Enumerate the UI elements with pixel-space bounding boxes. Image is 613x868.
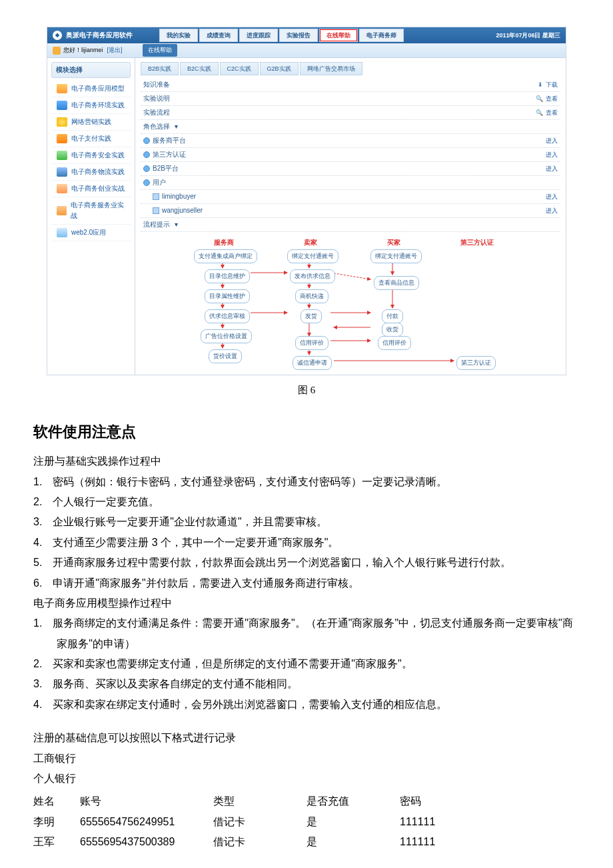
subtab-g2b[interactable]: G2B实践 bbox=[260, 62, 299, 75]
module-icon bbox=[57, 117, 67, 127]
sidebar-title: 模块选择 bbox=[51, 62, 131, 78]
online-help-button[interactable]: 在线帮助 bbox=[143, 44, 177, 56]
figure-caption: 图 6 bbox=[33, 382, 580, 398]
sidebar-item-label: 电子商务环境实践 bbox=[71, 100, 125, 111]
paragraph: 个人银行 bbox=[33, 769, 580, 789]
list-item: 3. 企业银行账号一定要开通"企业付款通道"，并且需要审核。 bbox=[33, 512, 580, 532]
module-icon bbox=[57, 151, 67, 160]
top-tabs: 我的实验 成绩查询 进度跟踪 实验报告 在线帮助 电子商务师 bbox=[159, 29, 405, 42]
module-icon bbox=[57, 228, 67, 237]
app-header: ◆ 奥派电子商务应用软件 我的实验 成绩查询 进度跟踪 实验报告 在线帮助 电子… bbox=[47, 27, 566, 43]
td: 借记卡 bbox=[213, 812, 306, 832]
td: 借记卡 bbox=[213, 832, 306, 852]
enter-link[interactable]: 进入 bbox=[546, 192, 558, 201]
sidebar-item[interactable]: 电子支付实践 bbox=[51, 131, 131, 147]
enter-link[interactable]: 进入 bbox=[546, 164, 558, 173]
row-user-buyer: limingbuyer 进入 bbox=[141, 190, 560, 204]
row-user: 用户 bbox=[141, 176, 560, 190]
fbox: 绑定支付通账号 bbox=[287, 249, 338, 263]
fbox: 收货 bbox=[382, 323, 403, 336]
tab-ecommerce-exam[interactable]: 电子商务师 bbox=[359, 29, 404, 42]
sidebar-item-label: 电子商务服务业实战 bbox=[71, 200, 128, 221]
sidebar-item[interactable]: 电子商务服务业实战 bbox=[51, 197, 131, 225]
sidebar-item[interactable]: 电子商务物流实践 bbox=[51, 164, 131, 181]
app-logo-icon: ◆ bbox=[53, 31, 62, 40]
sidebar-item[interactable]: 电子商务应用模型 bbox=[51, 81, 131, 97]
document-body: 软件使用注意点 注册与基础实践操作过程中 1. 密码（例如：银行卡密码，支付通登… bbox=[33, 418, 580, 852]
view-link[interactable]: 查看 bbox=[536, 94, 558, 103]
fbox: 广告位价格设置 bbox=[201, 329, 252, 343]
sidebar-item-label: web2.0应用 bbox=[71, 227, 106, 238]
subtab-b2c[interactable]: B2C实践 bbox=[180, 62, 219, 75]
sidebar-item[interactable]: 网络营销实践 bbox=[51, 114, 131, 131]
fbox: 目录信息维护 bbox=[205, 269, 250, 283]
app-screenshot: ◆ 奥派电子商务应用软件 我的实验 成绩查询 进度跟踪 实验报告 在线帮助 电子… bbox=[47, 27, 566, 375]
sidebar-item-label: 电子商务物流实践 bbox=[71, 167, 125, 177]
td: 李明 bbox=[33, 812, 80, 832]
fbox: 发布供求信息 bbox=[290, 269, 335, 283]
th: 姓名 bbox=[33, 791, 80, 811]
td: 王军 bbox=[33, 832, 80, 852]
user-icon bbox=[53, 47, 61, 55]
fbox: 供求信息审核 bbox=[205, 309, 250, 323]
paragraph: 注册的基础信息可以按照以下格式进行记录 bbox=[33, 728, 580, 748]
list-item: 6. 申请开通"商家服务"并付款后，需要进入支付通服务商进行审核。 bbox=[33, 573, 580, 593]
sidebar-item[interactable]: 电子商务创业实战 bbox=[51, 181, 131, 197]
row-3rd-auth: 第三方认证 进入 bbox=[141, 148, 560, 162]
enter-link[interactable]: 进入 bbox=[546, 206, 558, 215]
sidebar-item-label: 电子支付实践 bbox=[71, 133, 111, 144]
row-user-seller: wangjunseller 进入 bbox=[141, 204, 560, 218]
subtab-c2c[interactable]: C2C实践 bbox=[220, 62, 259, 75]
table-row: 王军6555695437500389借记卡是111111 bbox=[33, 832, 580, 852]
tab-score[interactable]: 成绩查询 bbox=[199, 29, 238, 42]
header-date: 2011年07月06日 星期三 bbox=[496, 31, 560, 40]
app-body: 模块选择 电子商务应用模型电子商务环境实践网络营销实践电子支付实践电子商务安全实… bbox=[47, 58, 566, 375]
row-role[interactable]: 角色选择 bbox=[141, 120, 560, 134]
td: 111111 bbox=[400, 832, 480, 852]
td: 6555654756249951 bbox=[80, 812, 213, 832]
subtab-admarket[interactable]: 网络广告交易市场 bbox=[300, 62, 362, 75]
enter-link[interactable]: 进入 bbox=[546, 150, 558, 159]
logout-link[interactable]: [退出] bbox=[107, 45, 123, 55]
tab-online-help[interactable]: 在线帮助 bbox=[319, 29, 358, 42]
list-item: 1. 密码（例如：银行卡密码，支付通登录密码，支付通支付密码等）一定要记录清晰。 bbox=[33, 472, 580, 492]
table-row: 李明6555654756249951借记卡是111111 bbox=[33, 812, 580, 832]
th: 是否充值 bbox=[306, 791, 400, 811]
fbox: 货价设置 bbox=[209, 349, 242, 363]
sidebar-item-label: 电子商务安全实践 bbox=[71, 150, 125, 161]
fbox: 第三方认证 bbox=[456, 356, 496, 369]
td: 是 bbox=[306, 832, 400, 852]
tab-my-exp[interactable]: 我的实验 bbox=[159, 29, 198, 42]
subtab-b2b[interactable]: B2B实践 bbox=[141, 62, 179, 75]
row-flow-hint[interactable]: 流程提示 bbox=[141, 218, 560, 232]
fbox: 发货 bbox=[301, 309, 322, 323]
sidebar-item[interactable]: web2.0应用 bbox=[51, 225, 131, 241]
td: 111111 bbox=[400, 812, 480, 832]
main-panel: B2B实践 B2C实践 C2C实践 G2B实践 网络广告交易市场 知识准备 下载… bbox=[135, 58, 566, 375]
list-item: 1. 服务商绑定的支付通满足条件：需要开通"商家服务"。（在开通"商家服务"中，… bbox=[33, 613, 580, 654]
tab-progress[interactable]: 进度跟踪 bbox=[239, 29, 278, 42]
view-link[interactable]: 查看 bbox=[536, 108, 558, 117]
fbox: 商机快递 bbox=[295, 289, 328, 303]
sidebar-item[interactable]: 电子商务环境实践 bbox=[51, 97, 131, 114]
panel-list: 知识准备 下载 实验说明 查看 实验流程 查看 角色选择 服务商平台 进入 bbox=[141, 78, 560, 232]
svg-line-16 bbox=[330, 273, 370, 279]
download-link[interactable]: 下载 bbox=[538, 80, 558, 89]
fbox: 诚信通申请 bbox=[293, 356, 332, 369]
node-icon bbox=[143, 179, 150, 186]
enter-link[interactable]: 进入 bbox=[546, 136, 558, 145]
sidebar-item-label: 网络营销实践 bbox=[71, 117, 111, 127]
tab-report[interactable]: 实验报告 bbox=[279, 29, 318, 42]
ordered-list: 1. 服务商绑定的支付通满足条件：需要开通"商家服务"。（在开通"商家服务"中，… bbox=[33, 613, 580, 715]
module-icon bbox=[57, 134, 67, 143]
fbox: 绑定支付通账号 bbox=[370, 249, 422, 263]
sidebar-item[interactable]: 电子商务安全实践 bbox=[51, 147, 131, 164]
sub-bar: 您好！lijianmei [退出] 在线帮助 bbox=[47, 43, 566, 58]
sidebar-item-label: 电子商务应用模型 bbox=[71, 83, 125, 94]
sidebar: 模块选择 电子商务应用模型电子商务环境实践网络营销实践电子支付实践电子商务安全实… bbox=[47, 58, 135, 375]
list-item: 5. 开通商家服务过程中需要付款，付款界面会跳出另一个浏览器窗口，输入个人银行账… bbox=[33, 553, 580, 573]
app-title: 奥派电子商务应用软件 bbox=[66, 30, 133, 41]
fbox: 信用评价 bbox=[378, 336, 411, 349]
paragraph: 电子商务应用模型操作过程中 bbox=[33, 593, 580, 613]
list-item: 2. 个人银行一定要充值。 bbox=[33, 492, 580, 512]
